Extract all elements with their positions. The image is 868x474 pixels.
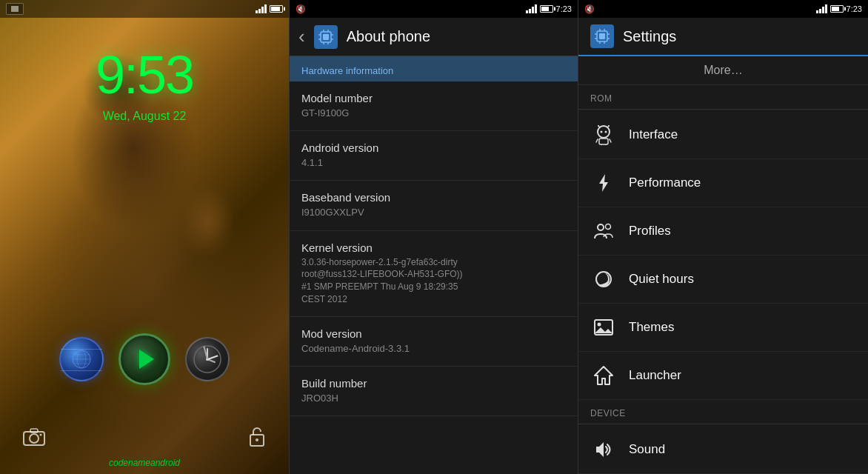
about-section-header: Hardware information (290, 56, 578, 81)
svg-point-8 (206, 358, 209, 361)
about-mod-item: Mod version Codename-Android-3.3.1 (290, 317, 578, 367)
svg-rect-11 (30, 429, 38, 433)
svg-marker-47 (599, 174, 608, 192)
unlock-icon[interactable] (247, 425, 267, 452)
lock-status-right (256, 4, 283, 13)
back-button[interactable]: ‹ (298, 25, 305, 48)
lock-screen: 9:53 Wed, August 22 (0, 0, 289, 474)
settings-panel-icon (590, 24, 614, 48)
globe-icon (70, 348, 93, 370)
sound-svg-icon (593, 439, 614, 460)
svg-point-37 (605, 131, 607, 133)
settings-battery-icon (830, 5, 844, 13)
lock-background: 9:53 Wed, August 22 (0, 0, 289, 474)
settings-more-button[interactable]: More… (578, 56, 868, 85)
settings-item-launcher[interactable]: Launcher (578, 352, 868, 400)
profiles-svg-icon (593, 221, 614, 241)
lock-widgets (0, 333, 289, 385)
about-build-value: JRO03H (301, 392, 566, 405)
svg-point-0 (73, 350, 90, 368)
svg-point-12 (40, 433, 42, 435)
lock-brand-text: codenameandroid (0, 458, 289, 468)
about-model-item: Model number GT-I9100G (290, 81, 578, 131)
about-battery-icon (540, 5, 553, 13)
lock-svg-icon (247, 425, 267, 447)
svg-point-52 (598, 323, 601, 327)
clock-widget[interactable] (185, 337, 230, 381)
settings-mute-icon: 🔇 (584, 4, 595, 14)
device-divider (578, 424, 868, 424)
settings-panel: 🔇 7:23 (578, 0, 868, 474)
about-status-left: 🔇 (296, 4, 306, 14)
svg-point-1 (77, 350, 86, 368)
settings-item-profiles[interactable]: Profiles (578, 207, 868, 256)
settings-item-themes[interactable]: Themes (578, 304, 868, 352)
about-signal-icon (526, 4, 537, 13)
about-phone-icon (314, 25, 338, 49)
lock-screen-icon (6, 3, 24, 15)
about-baseband-item: Baseband version I9100GXXLPV (290, 181, 578, 230)
about-model-label: Model number (301, 92, 566, 104)
about-content: Hardware information Model number GT-I91… (290, 56, 578, 474)
settings-item-interface[interactable]: Interface (578, 111, 868, 159)
analog-clock-icon (193, 344, 222, 374)
about-status-time: 7:23 (556, 4, 572, 13)
quiet-hours-svg-icon (593, 269, 614, 290)
performance-icon (590, 170, 617, 196)
about-scroll: Hardware information Model number GT-I91… (290, 56, 578, 416)
svg-rect-16 (323, 34, 329, 40)
globe-widget[interactable] (59, 337, 104, 381)
lock-status-bar (0, 0, 289, 18)
about-phone-panel: 🔇 7:23 ‹ (289, 0, 578, 474)
settings-title: Settings (623, 28, 676, 45)
svg-point-48 (598, 224, 604, 230)
themes-label: Themes (629, 320, 674, 335)
quiet-hours-icon (590, 266, 617, 293)
svg-point-36 (601, 131, 603, 133)
about-status-bar: 🔇 7:23 (290, 0, 578, 18)
settings-item-sound[interactable]: Sound (578, 426, 868, 474)
svg-line-43 (596, 139, 598, 142)
launcher-svg-icon (593, 365, 614, 386)
settings-status-bar: 🔇 7:23 (578, 0, 868, 18)
camera-svg-icon (22, 426, 46, 447)
svg-point-41 (608, 125, 610, 127)
about-android-value: 4.1.1 (301, 156, 566, 170)
svg-point-14 (256, 438, 258, 441)
about-android-item: Android version 4.1.1 (290, 131, 578, 181)
svg-point-10 (30, 434, 39, 443)
settings-device-header-text: DEVICE (590, 408, 626, 418)
signal-icon (256, 4, 267, 13)
performance-label: Performance (629, 176, 701, 190)
settings-status-left: 🔇 (584, 4, 595, 14)
interface-icon (590, 121, 617, 148)
about-section-header-text: Hardware information (301, 65, 393, 76)
interface-label: Interface (629, 127, 678, 142)
svg-point-40 (598, 125, 599, 127)
play-icon (139, 350, 154, 369)
launcher-icon (590, 362, 617, 389)
settings-item-performance[interactable]: Performance (578, 159, 868, 207)
svg-rect-26 (599, 33, 605, 39)
about-mod-value: Codename-Android-3.3.1 (301, 342, 566, 356)
camera-icon[interactable] (22, 426, 46, 452)
settings-chip-icon (594, 28, 610, 44)
media-widget[interactable] (118, 333, 170, 385)
battery-icon (270, 5, 283, 13)
interface-svg-icon (593, 124, 614, 145)
sound-icon (590, 436, 617, 463)
lock-date: Wed, August 22 (0, 110, 289, 123)
about-status-right: 7:23 (526, 4, 572, 13)
about-baseband-label: Baseband version (301, 191, 566, 204)
about-kernel-label: Kernel version (301, 241, 566, 254)
settings-status-right: 7:23 (816, 4, 862, 13)
about-kernel-item: Kernel version 3.0.36-horsepower-2.1.5-g… (290, 231, 578, 317)
settings-title-bar: Settings (578, 18, 868, 56)
settings-rom-header: ROM (578, 85, 868, 107)
svg-point-49 (606, 224, 611, 230)
about-kernel-value: 3.0.36-horsepower-2.1.5-g7efa63c-dirty r… (301, 256, 566, 306)
about-title: About phone (347, 28, 430, 45)
profiles-icon (590, 218, 617, 244)
settings-device-header: DEVICE (578, 400, 868, 422)
settings-item-quiet-hours[interactable]: Quiet hours (578, 256, 868, 304)
